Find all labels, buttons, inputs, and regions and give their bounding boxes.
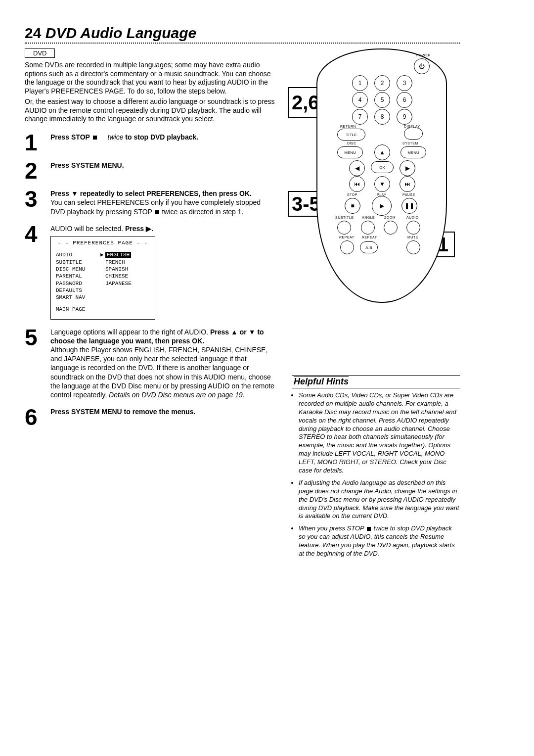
step-1-rest: to stop DVD playback. — [123, 133, 198, 141]
step-number: 2 — [25, 161, 43, 181]
step-4-bold: Press ▶. — [125, 225, 153, 233]
step-6: 6 Press SYSTEM MENU to remove the menus. — [25, 407, 277, 427]
zoom-button — [384, 221, 398, 235]
step-1-bold: Press STOP — [50, 133, 92, 141]
step-number: 6 — [25, 407, 43, 427]
step-3: 3 Press ▼ repeatedly to select PREFERENC… — [25, 189, 277, 216]
helpful-hints-title: Helpful Hints — [292, 375, 460, 388]
osd-right-0: ENGLISH — [105, 252, 131, 258]
play-button: ▶ — [372, 196, 392, 216]
repeat2-label: REPEAT — [362, 236, 377, 239]
step-5-italic: Details on DVD Disc menus are on page 19… — [109, 391, 245, 399]
title-divider — [25, 43, 460, 44]
intro-paragraph-2: Or, the easiest way to choose a differen… — [25, 97, 277, 124]
digit-9: 9 — [397, 109, 412, 125]
hint-1: Some Audio CDs, Video CDs, or Super Vide… — [299, 391, 460, 475]
mute-label: MUTE — [407, 236, 418, 239]
stop-icon — [367, 527, 371, 531]
osd-left-1: SUBTITLE — [56, 259, 100, 266]
step-number: 1 — [25, 133, 43, 153]
stop-button: ■ — [345, 198, 360, 214]
angle-label: ANGLE — [362, 216, 375, 219]
step-2: 2 Press SYSTEM MENU. — [25, 161, 277, 181]
system-label: SYSTEM — [402, 142, 418, 145]
step-3-rest2: twice as directed in step 1. — [160, 208, 244, 216]
dvd-tag: DVD — [25, 48, 55, 58]
osd-footer: MAIN PAGE — [56, 306, 100, 313]
subtitle-button — [337, 221, 351, 235]
step-4: 4 AUDIO will be selected. Press ▶. - - P… — [25, 224, 277, 320]
osd-right-4: JAPANESE — [105, 280, 150, 287]
step-5: 5 Language options will appear to the ri… — [25, 328, 277, 400]
digit-5: 5 — [374, 92, 390, 108]
display-button — [404, 128, 423, 140]
stop-label: STOP — [347, 193, 357, 196]
osd-left-5: DEFAULTS — [56, 287, 100, 294]
repeat-button — [340, 240, 354, 254]
osd-right-1: FRENCH — [105, 259, 150, 266]
audio-label: AUDIO — [406, 216, 419, 219]
osd-left-0: AUDIO — [56, 251, 100, 258]
disc-label: DISC — [347, 142, 356, 145]
mute-button — [406, 240, 420, 254]
osd-screen: - - PREFERENCES PAGE - - AUDIO▶ENGLISH S… — [50, 236, 155, 320]
title-button: TITLE — [337, 129, 365, 141]
disc-menu-button: MENU — [337, 146, 363, 158]
up-button: ▲ — [374, 144, 390, 160]
skip-back-button: ⏮ — [349, 176, 365, 192]
step-1: 1 Press STOP twice to stop DVD playback. — [25, 133, 277, 153]
digit-8: 8 — [374, 109, 390, 125]
osd-left-3: PARENTAL — [56, 273, 100, 280]
ok-button: OK — [371, 161, 394, 173]
helpful-hints-list: Some Audio CDs, Video CDs, or Super Vide… — [292, 391, 460, 558]
step-number: 4 — [25, 224, 43, 320]
step-2-bold: Press SYSTEM MENU. — [50, 161, 124, 169]
stop-icon — [93, 136, 97, 140]
digit-3: 3 — [397, 75, 412, 91]
angle-button — [361, 221, 375, 235]
osd-title: - - PREFERENCES PAGE - - — [51, 236, 155, 251]
right-button: ▶ — [400, 160, 415, 176]
left-button: ◀ — [349, 160, 365, 176]
digit-4: 4 — [352, 92, 368, 108]
step-3-bold: Press ▼ repeatedly to select PREFERENCES… — [50, 189, 252, 197]
step-5-pre: Language options will appear to the righ… — [50, 328, 210, 336]
osd-right-3: CHINESE — [105, 273, 150, 280]
osd-right-2: SPANISH — [105, 266, 150, 273]
page-number: 24 — [25, 25, 41, 41]
repeat-label: REPEAT — [339, 236, 355, 239]
pointer-icon: ▶ — [100, 251, 105, 258]
step-6-bold: Press SYSTEM MENU to remove the menus. — [50, 408, 195, 416]
step-1-italic: twice — [108, 133, 124, 141]
hint-3: When you press STOP twice to stop DVD pl… — [299, 524, 460, 558]
intro-paragraph-1: Some DVDs are recorded in multiple langu… — [25, 61, 277, 95]
osd-left-6: SMART NAV — [56, 294, 100, 301]
subtitle-label: SUBTITLE — [335, 216, 354, 219]
ab-button: A-B — [360, 241, 378, 253]
step-number: 5 — [25, 328, 43, 400]
step-number: 3 — [25, 189, 43, 216]
pause-button: ❚❚ — [401, 198, 417, 214]
return-label: RETURN — [340, 125, 356, 128]
osd-left-2: DISC MENU — [56, 266, 100, 273]
skip-fwd-button: ⏭ — [400, 176, 415, 192]
digit-2: 2 — [374, 75, 390, 91]
page-title-text: DVD Audio Language — [45, 25, 197, 41]
digit-6: 6 — [397, 92, 412, 108]
pause-label: PAUSE — [402, 193, 415, 196]
page-title: 24 DVD Audio Language — [25, 25, 460, 42]
digit-1: 1 — [352, 75, 368, 91]
power-button: ⏻ — [414, 58, 430, 74]
system-menu-button: MENU — [400, 146, 426, 158]
stop-icon — [155, 210, 159, 214]
osd-left-4: PASSWORD — [56, 280, 100, 287]
hint-3a: When you press STOP — [299, 524, 366, 532]
zoom-label: ZOOM — [384, 216, 396, 219]
audio-button — [406, 221, 420, 235]
power-label: POWER — [416, 53, 431, 57]
remote-illustration: 2,6 3-5 1 POWER ⏻ 1 2 3 4 5 6 7 8 9 RETU… — [292, 48, 455, 306]
down-button: ▼ — [374, 176, 390, 192]
digit-7: 7 — [352, 109, 368, 125]
hint-2: If adjusting the Audio language as descr… — [299, 479, 460, 520]
step-4-pre: AUDIO will be selected. — [50, 225, 125, 233]
